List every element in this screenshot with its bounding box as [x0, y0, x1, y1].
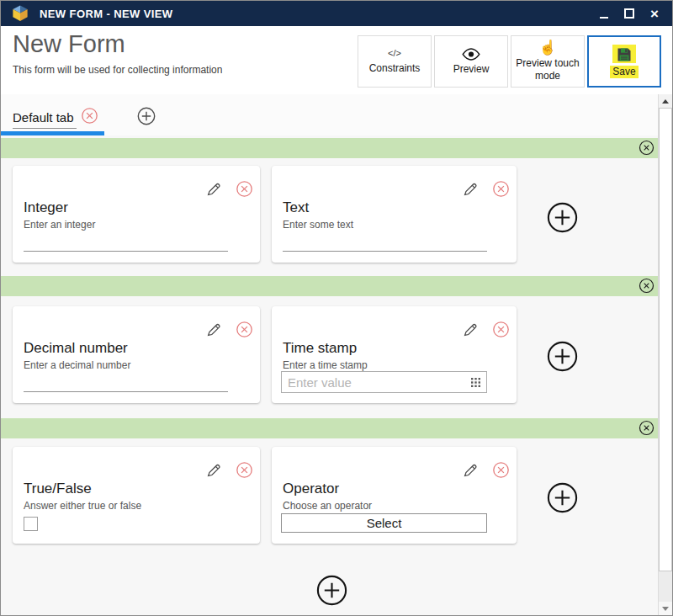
minimize-button[interactable]	[595, 4, 613, 23]
field-subtitle: Enter some text	[283, 219, 353, 231]
form-canvas: Integer Enter an integer Text Enter some…	[1, 135, 659, 615]
delete-field-button[interactable]	[492, 321, 510, 338]
timestamp-input[interactable]	[288, 375, 468, 390]
touch-pointer-icon: ☝	[538, 40, 556, 55]
app-window: NEW FORM - NEW VIEW × New Form This form…	[0, 0, 673, 616]
add-tab-button[interactable]	[137, 107, 156, 125]
operator-select[interactable]: Select	[281, 513, 487, 533]
app-logo-icon	[11, 5, 29, 22]
window-title: NEW FORM - NEW VIEW	[40, 8, 173, 20]
field-subtitle: Enter a time stamp	[283, 359, 368, 371]
field-group-band	[1, 138, 659, 158]
delete-field-button[interactable]	[236, 180, 253, 198]
field-title: Time stamp	[283, 340, 357, 357]
field-subtitle: Enter a decimal number	[24, 359, 130, 371]
minimize-icon	[600, 17, 608, 19]
scrollbar-thumb[interactable]	[659, 108, 672, 571]
field-card-integer: Integer Enter an integer	[13, 166, 260, 263]
window-controls: ×	[595, 4, 664, 23]
save-button[interactable]: Save	[587, 35, 661, 88]
timestamp-input-box	[281, 371, 487, 393]
maximize-button[interactable]	[620, 4, 639, 23]
edit-field-button[interactable]	[205, 321, 222, 338]
vertical-scrollbar	[658, 94, 672, 615]
delete-group-button[interactable]	[639, 278, 654, 294]
field-group-band	[1, 276, 659, 296]
save-button-label: Save	[610, 66, 638, 78]
delete-field-button[interactable]	[492, 180, 510, 198]
tab-default[interactable]: Default tab	[13, 110, 77, 129]
preview-touch-mode-button-label: Preview touch mode	[513, 57, 582, 82]
scrollbar-down-button[interactable]	[659, 602, 672, 615]
form-header: New Form This form will be used for coll…	[1, 26, 672, 95]
edit-field-button[interactable]	[462, 181, 479, 198]
field-title: Decimal number	[24, 340, 128, 357]
tab-bar: Default tab	[1, 94, 672, 135]
delete-field-button[interactable]	[492, 461, 510, 479]
field-subtitle: Choose an operator	[283, 500, 372, 512]
scrollbar-up-button[interactable]	[659, 94, 672, 108]
add-group-button[interactable]	[316, 575, 347, 606]
edit-field-button[interactable]	[205, 462, 222, 479]
edit-field-button[interactable]	[462, 462, 479, 479]
field-subtitle: Answer either true or false	[24, 500, 141, 512]
delete-tab-button[interactable]	[81, 107, 98, 125]
close-icon: ×	[650, 7, 659, 21]
floppy-disk-icon	[616, 46, 633, 63]
field-card-operator: Operator Choose an operator Select	[272, 447, 517, 544]
chevron-up-icon	[662, 99, 669, 104]
field-title: Operator	[283, 481, 339, 497]
code-icon: </>	[388, 48, 401, 60]
add-field-button[interactable]	[547, 202, 578, 233]
constraints-button-label: Constraints	[369, 62, 421, 75]
field-card-timestamp: Time stamp Enter a time stamp	[272, 306, 517, 403]
add-field-button[interactable]	[547, 341, 578, 372]
field-card-text: Text Enter some text	[272, 166, 517, 263]
grid-dots-icon[interactable]	[471, 378, 480, 387]
preview-button-label: Preview	[453, 63, 490, 76]
text-input-underline[interactable]	[24, 251, 228, 252]
field-title: Integer	[24, 199, 68, 216]
header-toolbar: </> Constraints Preview ☝ Preview touch …	[358, 35, 661, 88]
delete-group-button[interactable]	[639, 420, 654, 436]
constraints-button[interactable]: </> Constraints	[358, 35, 432, 88]
field-group-band	[1, 418, 659, 438]
edit-field-button[interactable]	[205, 181, 222, 198]
chevron-down-icon	[662, 607, 669, 611]
title-bar: NEW FORM - NEW VIEW ×	[1, 1, 672, 26]
preview-touch-mode-button[interactable]: ☝ Preview touch mode	[511, 35, 585, 88]
page-title: New Form	[13, 30, 125, 58]
field-title: Text	[283, 199, 309, 216]
preview-button[interactable]: Preview	[434, 35, 508, 88]
truefalse-checkbox[interactable]	[24, 517, 38, 531]
page-subtitle: This form will be used for collecting in…	[13, 64, 222, 76]
field-card-truefalse: True/False Answer either true or false	[13, 447, 260, 544]
field-subtitle: Enter an integer	[24, 219, 95, 231]
field-title: True/False	[24, 481, 92, 497]
eye-icon	[462, 48, 480, 61]
text-input-underline[interactable]	[24, 391, 228, 392]
close-button[interactable]: ×	[645, 4, 664, 23]
field-card-decimal: Decimal number Enter a decimal number	[13, 306, 260, 403]
delete-field-button[interactable]	[236, 461, 253, 479]
delete-field-button[interactable]	[236, 321, 253, 338]
edit-field-button[interactable]	[462, 321, 479, 338]
delete-group-button[interactable]	[639, 140, 654, 156]
maximize-icon	[624, 8, 634, 19]
text-input-underline[interactable]	[283, 251, 487, 252]
add-field-button[interactable]	[547, 482, 578, 513]
